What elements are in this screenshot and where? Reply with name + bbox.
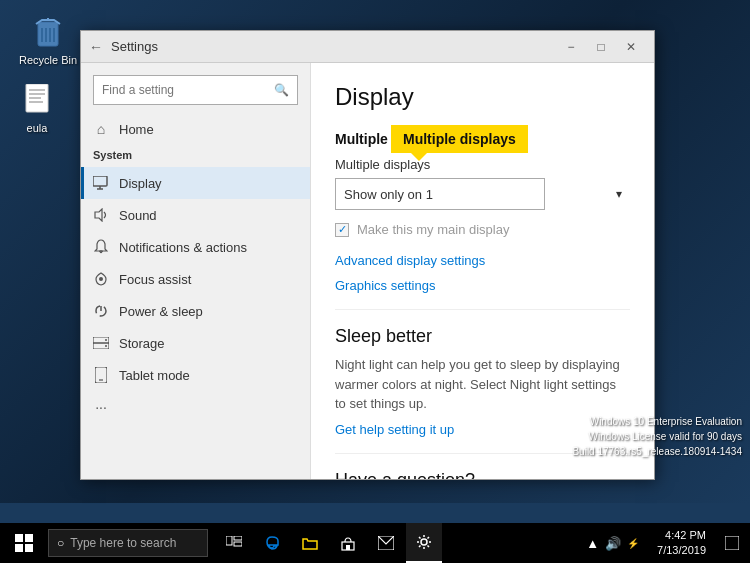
svg-marker-14 xyxy=(95,209,102,221)
search-input[interactable] xyxy=(102,83,274,97)
sleep-better-body: Night light can help you get to sleep by… xyxy=(335,355,630,414)
taskbar-search-box[interactable]: ○ Type here to search xyxy=(48,529,208,557)
sidebar-item-sound-label: Sound xyxy=(119,208,157,223)
sidebar-item-storage[interactable]: Storage xyxy=(81,327,310,359)
sleep-better-heading: Sleep better xyxy=(335,326,630,347)
taskbar: ○ Type here to search xyxy=(0,523,750,563)
windows-info-line1: Windows 10 Enterprise Evaluation xyxy=(572,414,742,429)
recycle-bin-label: Recycle Bin xyxy=(19,54,77,66)
sidebar-item-display[interactable]: Display xyxy=(81,167,310,199)
sidebar-item-tablet[interactable]: Tablet mode xyxy=(81,359,310,391)
sidebar: 🔍 ⌂ Home System Display xyxy=(81,63,311,479)
sidebar-item-sound[interactable]: Sound xyxy=(81,199,310,231)
svg-rect-27 xyxy=(15,534,23,542)
svg-point-18 xyxy=(99,277,103,281)
title-bar: ← Settings − □ ✕ xyxy=(81,31,654,63)
multiple-displays-dropdown-wrapper: Show only on 1 Extend these displays Dup… xyxy=(335,178,630,210)
dropdown-arrow-icon: ▾ xyxy=(616,187,622,201)
sidebar-item-storage-label: Storage xyxy=(119,336,165,351)
explorer-button[interactable] xyxy=(292,523,328,563)
minimize-button[interactable]: − xyxy=(556,35,586,59)
eula-label: eula xyxy=(27,122,48,134)
notification-center-button[interactable] xyxy=(718,523,746,563)
svg-rect-28 xyxy=(25,534,33,542)
back-button[interactable]: ← xyxy=(89,39,103,55)
have-question-heading: Have a question? xyxy=(335,470,630,480)
sidebar-item-power[interactable]: Power & sleep xyxy=(81,295,310,327)
window-title: Settings xyxy=(111,39,556,54)
tablet-icon xyxy=(93,367,109,383)
battery-icon[interactable]: ⚡ xyxy=(627,538,639,549)
focus-icon xyxy=(93,271,109,287)
windows-info-line3: Build 17763.rs5_release.180914-1434 xyxy=(572,444,742,459)
sys-tray-icons: ▲ 🔊 ⚡ xyxy=(580,536,645,551)
search-box[interactable]: 🔍 xyxy=(93,75,298,105)
system-tray: ▲ 🔊 ⚡ 4:42 PM 7/13/2019 xyxy=(580,523,746,563)
sidebar-item-home[interactable]: ⌂ Home xyxy=(81,113,310,145)
power-icon xyxy=(93,303,109,319)
sidebar-item-notifications-label: Notifications & actions xyxy=(119,240,247,255)
multiple-displays-dropdown[interactable]: Show only on 1 Extend these displays Dup… xyxy=(335,178,545,210)
main-display-checkbox-row: Make this my main display xyxy=(335,222,630,237)
svg-rect-31 xyxy=(226,536,232,545)
taskbar-search-placeholder: Type here to search xyxy=(70,536,176,550)
settings-taskbar-button[interactable] xyxy=(406,523,442,563)
settings-window: ← Settings − □ ✕ 🔍 ⌂ Home xyxy=(80,30,655,480)
network-icon[interactable]: ▲ xyxy=(586,536,599,551)
sidebar-item-tablet-label: Tablet mode xyxy=(119,368,190,383)
start-button[interactable] xyxy=(4,523,44,563)
recycle-bin-icon[interactable]: Recycle Bin xyxy=(15,10,81,70)
sidebar-item-notifications[interactable]: Notifications & actions xyxy=(81,231,310,263)
dropdown-field-label: Multiple displays xyxy=(335,157,630,172)
sidebar-item-power-label: Power & sleep xyxy=(119,304,203,319)
edge-button[interactable] xyxy=(254,523,290,563)
sidebar-item-focus[interactable]: Focus assist xyxy=(81,263,310,295)
clock-time: 4:42 PM xyxy=(657,528,706,543)
desktop: Recycle Bin eula ← Settings − □ ✕ xyxy=(0,0,750,503)
eula-icon[interactable]: eula xyxy=(15,78,59,138)
store-button[interactable] xyxy=(330,523,366,563)
taskbar-search-icon: ○ xyxy=(57,536,64,550)
close-button[interactable]: ✕ xyxy=(616,35,646,59)
storage-icon xyxy=(93,335,109,351)
taskbar-pinned-icons xyxy=(216,523,442,563)
sidebar-item-display-label: Display xyxy=(119,176,162,191)
multiple-displays-callout: Multiple displays xyxy=(391,125,528,153)
sidebar-item-focus-label: Focus assist xyxy=(119,272,191,287)
svg-rect-32 xyxy=(234,536,242,540)
volume-icon[interactable]: 🔊 xyxy=(605,536,621,551)
sound-icon xyxy=(93,207,109,223)
main-display-checkbox[interactable] xyxy=(335,223,349,237)
search-icon: 🔍 xyxy=(274,83,289,97)
svg-point-23 xyxy=(105,339,107,341)
svg-point-37 xyxy=(421,539,427,545)
sidebar-section-system: System xyxy=(81,145,310,167)
sidebar-item-more: ··· xyxy=(81,391,310,423)
graphics-settings-link[interactable]: Graphics settings xyxy=(335,278,630,293)
maximize-button[interactable]: □ xyxy=(586,35,616,59)
svg-point-24 xyxy=(105,345,107,347)
svg-rect-25 xyxy=(95,367,107,383)
svg-rect-38 xyxy=(725,536,739,550)
sidebar-item-home-label: Home xyxy=(119,122,154,137)
page-title: Display xyxy=(335,83,630,111)
advanced-display-link[interactable]: Advanced display settings xyxy=(335,253,630,268)
svg-rect-11 xyxy=(93,176,107,186)
svg-rect-29 xyxy=(15,544,23,552)
svg-rect-33 xyxy=(234,542,242,546)
clock-date: 7/13/2019 xyxy=(657,543,706,558)
display-icon xyxy=(93,175,109,191)
svg-rect-35 xyxy=(346,545,350,550)
svg-rect-0 xyxy=(38,22,58,46)
window-controls: − □ ✕ xyxy=(556,35,646,59)
windows-info: Windows 10 Enterprise Evaluation Windows… xyxy=(572,414,742,459)
task-view-button[interactable] xyxy=(216,523,252,563)
more-icon: ··· xyxy=(93,399,109,415)
home-icon: ⌂ xyxy=(93,121,109,137)
taskbar-clock[interactable]: 4:42 PM 7/13/2019 xyxy=(649,528,714,559)
mail-button[interactable] xyxy=(368,523,404,563)
svg-rect-30 xyxy=(25,544,33,552)
windows-info-line2: Windows License valid for 90 days xyxy=(572,429,742,444)
window-content: 🔍 ⌂ Home System Display xyxy=(81,63,654,479)
section-divider xyxy=(335,309,630,310)
